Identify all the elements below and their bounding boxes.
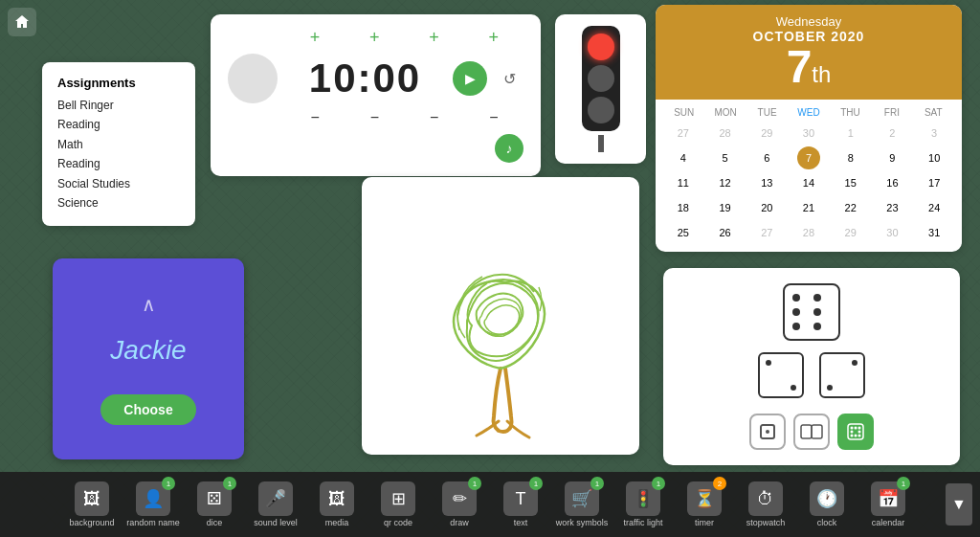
- timer-music-button[interactable]: ♪: [495, 134, 523, 163]
- calendar-day[interactable]: 1: [839, 122, 862, 145]
- assignment-item[interactable]: Social Studies: [57, 174, 180, 193]
- work-symbols-icon: 🛒1: [565, 481, 599, 516]
- traffic-light-yellow[interactable]: [588, 65, 614, 92]
- toolbar-item-work-symbols[interactable]: 🛒1work symbols: [554, 481, 610, 527]
- student-chevron-icon: ∧: [142, 293, 156, 316]
- calendar-day[interactable]: 28: [797, 221, 820, 244]
- calendar-day[interactable]: 25: [672, 221, 695, 244]
- background-icon: 🖼: [75, 481, 109, 516]
- calendar-day[interactable]: 6: [755, 146, 778, 169]
- calendar-day[interactable]: 13: [755, 171, 778, 194]
- timer-widget: + + + + 10:00 ▶ ↺ − − − − ♪: [211, 14, 541, 176]
- draw-label: draw: [450, 518, 469, 527]
- timer-reset-button[interactable]: ↺: [495, 64, 523, 93]
- toolbar-item-calendar[interactable]: 📅1calendar: [860, 481, 916, 527]
- toolbar-item-text[interactable]: T1text: [493, 481, 548, 527]
- toolbar-item-media[interactable]: 🖼media: [309, 481, 365, 527]
- text-icon: T1: [503, 481, 538, 516]
- assignment-item[interactable]: Reading: [57, 154, 180, 173]
- calendar-day[interactable]: 26: [714, 221, 737, 244]
- calendar-day[interactable]: 31: [923, 221, 946, 244]
- traffic-light-red[interactable]: [588, 34, 614, 60]
- timer-plus-4[interactable]: +: [489, 28, 500, 48]
- drawing-widget[interactable]: [362, 177, 639, 455]
- media-icon: 🖼: [320, 481, 354, 516]
- toolbar-item-sound-level[interactable]: 🎤sound level: [248, 481, 303, 527]
- calendar-day[interactable]: 28: [714, 122, 737, 145]
- timer-plus-3[interactable]: +: [429, 28, 439, 48]
- calendar-day[interactable]: 30: [797, 122, 820, 145]
- calendar-day[interactable]: 7: [797, 146, 820, 169]
- calendar-day[interactable]: 15: [839, 171, 862, 194]
- calendar-day[interactable]: 29: [755, 122, 778, 145]
- assignment-item[interactable]: Reading: [57, 115, 180, 134]
- calendar-day[interactable]: 10: [923, 146, 946, 169]
- toolbar-item-qr-code[interactable]: ⊞qr code: [370, 481, 426, 527]
- timer-minus-3[interactable]: −: [430, 109, 438, 126]
- random-name-badge: 1: [162, 477, 175, 490]
- timer-minus-2[interactable]: −: [370, 109, 379, 126]
- calendar-day[interactable]: 3: [923, 122, 946, 145]
- toolbar-item-dice[interactable]: ⚄1dice: [187, 481, 242, 527]
- calendar-day[interactable]: 27: [672, 122, 695, 145]
- choose-student-button[interactable]: Choose: [100, 394, 195, 425]
- timer-dial: [228, 54, 278, 103]
- calendar-day[interactable]: 12: [714, 171, 737, 194]
- calendar-day[interactable]: 2: [880, 122, 903, 145]
- toolbar-item-background[interactable]: 🖼background: [64, 481, 120, 527]
- calendar-day[interactable]: 18: [672, 196, 695, 219]
- calendar-day[interactable]: 29: [839, 221, 862, 244]
- dice-ctrl-double[interactable]: [793, 414, 830, 450]
- toolbar-item-clock[interactable]: 🕐clock: [799, 481, 855, 527]
- drawing-canvas[interactable]: [362, 177, 639, 455]
- svg-point-6: [855, 427, 858, 430]
- clock-label: clock: [817, 518, 837, 527]
- toolbar-item-traffic-light[interactable]: 🚦1traffic light: [615, 481, 671, 527]
- assignment-item[interactable]: Science: [57, 193, 180, 213]
- text-label: text: [514, 518, 528, 527]
- calendar-day[interactable]: 23: [880, 196, 903, 219]
- calendar-day[interactable]: 27: [755, 221, 778, 244]
- timer-minus-1[interactable]: −: [310, 109, 319, 126]
- calendar-day[interactable]: 24: [923, 196, 946, 219]
- toolbar-item-random-name[interactable]: 👤1random name: [125, 481, 181, 527]
- stopwatch-label: stopwatch: [746, 518, 786, 527]
- calendar-day[interactable]: 16: [880, 171, 903, 194]
- toolbar-item-stopwatch[interactable]: ⏱stopwatch: [738, 481, 793, 527]
- calendar-day[interactable]: 8: [839, 146, 862, 169]
- dice-bottom-row: [679, 352, 945, 398]
- timer-minus-4[interactable]: −: [489, 109, 498, 126]
- timer-plus-2[interactable]: +: [369, 28, 380, 48]
- timer-play-button[interactable]: ▶: [453, 61, 487, 96]
- toolbar-item-timer[interactable]: ⏳2timer: [677, 481, 732, 527]
- calendar-day[interactable]: 11: [672, 171, 695, 194]
- calendar-day[interactable]: 22: [839, 196, 862, 219]
- calendar-day[interactable]: 30: [880, 221, 903, 244]
- dice-ctrl-single[interactable]: [749, 414, 786, 450]
- calendar-day[interactable]: 14: [797, 171, 820, 194]
- dice-label: dice: [207, 518, 223, 527]
- sound-level-icon: 🎤: [258, 481, 293, 516]
- toolbar-scroll-arrow[interactable]: ▼: [946, 483, 972, 526]
- calendar-day[interactable]: 9: [880, 146, 903, 169]
- home-button[interactable]: [8, 8, 36, 36]
- calendar-day[interactable]: 5: [714, 146, 737, 169]
- calendar-icon: 📅1: [871, 481, 905, 516]
- toolbar-item-draw[interactable]: ✏1draw: [432, 481, 487, 527]
- svg-point-8: [851, 431, 854, 434]
- traffic-light-green[interactable]: [588, 97, 614, 123]
- calendar-day[interactable]: 19: [714, 196, 737, 219]
- timer-plus-1[interactable]: +: [310, 28, 321, 48]
- dice-ctrl-roll[interactable]: [837, 414, 874, 450]
- traffic-light-icon: 🚦1: [626, 481, 660, 516]
- calendar-grid: SUNMONTUEWEDTHUFRISAT 272829301234567891…: [656, 100, 962, 252]
- calendar-day[interactable]: 4: [672, 146, 695, 169]
- calendar-day[interactable]: 17: [923, 171, 946, 194]
- calendar-day[interactable]: 21: [797, 196, 820, 219]
- assignment-item[interactable]: Math: [57, 135, 180, 154]
- dice-badge: 1: [223, 477, 236, 490]
- calendar-day[interactable]: 20: [755, 196, 778, 219]
- svg-point-5: [851, 427, 854, 430]
- traffic-light-post: [598, 135, 604, 152]
- assignment-item[interactable]: Bell Ringer: [57, 96, 180, 115]
